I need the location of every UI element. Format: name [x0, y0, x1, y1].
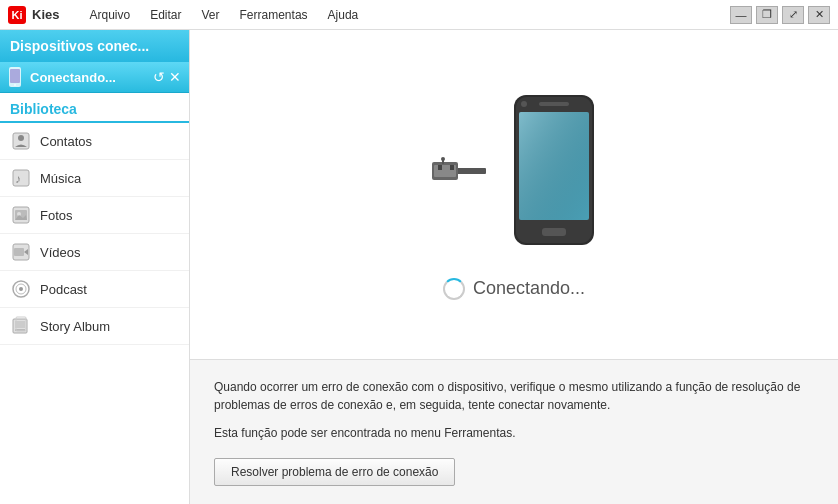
title-bar: Ki Kies Arquivo Editar Ver Ferramentas A… [0, 0, 838, 30]
svg-rect-30 [539, 102, 569, 106]
svg-point-2 [14, 84, 16, 86]
svg-rect-20 [454, 168, 486, 174]
album-icon [10, 315, 32, 337]
menu-arquivo[interactable]: Arquivo [79, 0, 140, 30]
menu-ferramentas[interactable]: Ferramentas [230, 0, 318, 30]
svg-point-32 [521, 101, 527, 107]
minimize-button[interactable]: — [730, 6, 752, 24]
error-area: Quando ocorrer um erro de conexão com o … [190, 360, 838, 504]
svg-rect-24 [450, 165, 454, 170]
sidebar-item-label-videos: Vídeos [40, 245, 80, 260]
spinner-icon [443, 278, 465, 300]
sidebar-item-podcast[interactable]: Podcast [0, 271, 189, 308]
svg-point-15 [19, 287, 23, 291]
sidebar-item-fotos[interactable]: Fotos [0, 197, 189, 234]
sidebar: Dispositivos conec... Conectando... ↺ ✕ … [0, 30, 190, 504]
svg-point-26 [441, 157, 445, 161]
podcast-icon [10, 278, 32, 300]
sidebar-item-videos[interactable]: Vídeos [0, 234, 189, 271]
sidebar-item-label-contatos: Contatos [40, 134, 92, 149]
videos-icon [10, 241, 32, 263]
main-layout: Dispositivos conec... Conectando... ↺ ✕ … [0, 30, 838, 504]
music-icon: ♪ [10, 167, 32, 189]
resolve-connection-button[interactable]: Resolver problema de erro de conexão [214, 458, 455, 486]
device-phone-icon [8, 67, 24, 87]
library-header: Biblioteca [0, 93, 189, 123]
svg-rect-31 [542, 228, 566, 236]
device-refresh-icon[interactable]: ↺ [153, 69, 165, 85]
error-description: Quando ocorrer um erro de conexão com o … [214, 378, 814, 414]
svg-point-4 [18, 135, 24, 141]
menu-ajuda[interactable]: Ajuda [318, 0, 369, 30]
device-graphic [424, 90, 604, 253]
restore-button[interactable]: ❐ [756, 6, 778, 24]
app-logo: Ki [8, 6, 26, 24]
svg-text:♪: ♪ [15, 172, 21, 186]
menu-ver[interactable]: Ver [192, 0, 230, 30]
photos-icon [10, 204, 32, 226]
connecting-area: Conectando... [190, 30, 838, 360]
contacts-icon [10, 130, 32, 152]
content-area: Conectando... Quando ocorrer um erro de … [190, 30, 838, 504]
svg-rect-1 [10, 69, 20, 83]
connecting-status: Conectando... [443, 278, 585, 300]
svg-rect-23 [438, 165, 442, 170]
sidebar-item-contatos[interactable]: Contatos [0, 123, 189, 160]
sidebar-item-label-musica: Música [40, 171, 81, 186]
window-controls: — ❐ ⤢ ✕ [730, 6, 830, 24]
devices-header: Dispositivos conec... [0, 30, 189, 62]
menu-editar[interactable]: Editar [140, 0, 191, 30]
svg-rect-33 [519, 112, 589, 220]
sidebar-item-label-story-album: Story Album [40, 319, 110, 334]
sidebar-item-label-fotos: Fotos [40, 208, 73, 223]
fullscreen-button[interactable]: ⤢ [782, 6, 804, 24]
sidebar-item-musica[interactable]: ♪ Música [0, 160, 189, 197]
device-name: Conectando... [30, 70, 153, 85]
usb-plug-icon [424, 140, 494, 203]
app-title: Kies [32, 7, 59, 22]
connected-device[interactable]: Conectando... ↺ ✕ [0, 62, 189, 93]
close-button[interactable]: ✕ [808, 6, 830, 24]
svg-rect-11 [14, 248, 24, 256]
phone-graphic [504, 90, 604, 253]
device-close-icon[interactable]: ✕ [169, 69, 181, 85]
error-hint: Esta função pode ser encontrada no menu … [214, 424, 814, 442]
sidebar-item-label-podcast: Podcast [40, 282, 87, 297]
sidebar-item-story-album[interactable]: Story Album [0, 308, 189, 345]
